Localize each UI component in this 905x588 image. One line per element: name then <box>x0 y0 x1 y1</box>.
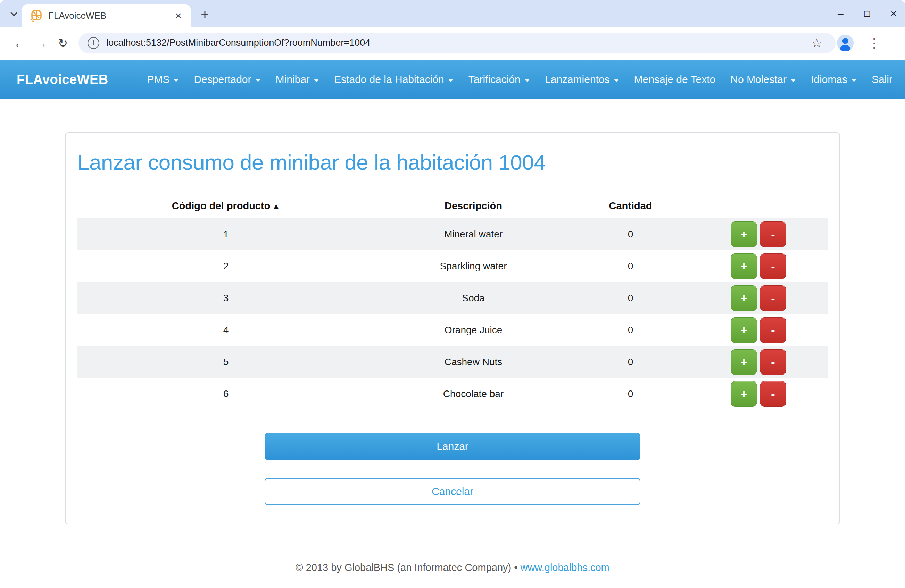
table-row: 4 Orange Juice 0 +- <box>78 314 828 346</box>
main-nav: PMS Despertador Minibar Estado de la Hab… <box>147 74 892 86</box>
page-content: Lanzar consumo de minibar de la habitaci… <box>0 132 905 574</box>
table-row: 2 Sparkling water 0 +- <box>78 250 828 282</box>
tab-close-icon[interactable]: × <box>173 10 184 22</box>
increment-button[interactable]: + <box>731 381 757 407</box>
product-quantity-cell: 0 <box>572 346 689 378</box>
nav-item-minibar[interactable]: Minibar <box>276 74 319 86</box>
table-row: 3 Soda 0 +- <box>78 282 828 314</box>
minibar-card: Lanzar consumo de minibar de la habitaci… <box>65 132 840 525</box>
caret-down-icon <box>614 79 619 82</box>
page-title: Lanzar consumo de minibar de la habitaci… <box>78 150 827 175</box>
minimize-button[interactable]: – <box>838 8 843 19</box>
decrement-button[interactable]: - <box>760 285 786 311</box>
minibar-table: Código del producto▲ Descripción Cantida… <box>78 197 828 410</box>
decrement-button[interactable]: - <box>760 381 786 407</box>
product-code-cell: 1 <box>78 218 375 250</box>
table-row: 5 Cashew Nuts 0 +- <box>78 346 828 378</box>
product-quantity-cell: 0 <box>572 378 689 410</box>
caret-down-icon <box>851 79 857 82</box>
footer: © 2013 by GlobalBHS (an Informatec Compa… <box>0 562 905 574</box>
nav-item-pms[interactable]: PMS <box>147 74 179 86</box>
decrement-button[interactable]: - <box>760 317 786 343</box>
product-description-cell: Chocolate bar <box>375 378 572 410</box>
caret-down-icon <box>524 79 530 82</box>
caret-down-icon <box>791 79 796 82</box>
app-navbar: FLAvoiceWEB PMS Despertador Minibar Esta… <box>0 60 905 99</box>
nav-item-mensaje-de-texto[interactable]: Mensaje de Texto <box>634 74 716 86</box>
nav-item-lanzamientos[interactable]: Lanzamientos <box>545 74 619 86</box>
browser-toolbar: ← → ↻ i localhost:5132/PostMinibarConsum… <box>0 27 905 59</box>
cancelar-button[interactable]: Cancelar <box>265 478 640 505</box>
table-row: 1 Mineral water 0 +- <box>78 218 828 250</box>
chevron-down-icon <box>10 10 17 16</box>
row-actions-cell: +- <box>689 218 828 250</box>
browser-tab[interactable]: FLAvoiceWEB × <box>22 4 191 27</box>
nav-item-no-molestar[interactable]: No Molestar <box>730 74 796 86</box>
info-icon[interactable]: i <box>87 37 99 49</box>
window-controls: – □ × <box>838 0 897 27</box>
product-description-cell: Cashew Nuts <box>375 346 572 378</box>
increment-button[interactable]: + <box>731 285 757 311</box>
increment-button[interactable]: + <box>731 317 757 343</box>
url-text[interactable]: localhost:5132/PostMinibarConsumptionOf?… <box>106 38 370 48</box>
product-description-cell: Orange Juice <box>375 314 572 346</box>
table-row: 6 Chocolate bar 0 +- <box>78 378 828 410</box>
product-code-cell: 2 <box>78 250 375 282</box>
lanzar-button[interactable]: Lanzar <box>265 433 640 460</box>
increment-button[interactable]: + <box>731 254 757 279</box>
bookmark-star-icon[interactable]: ☆ <box>811 36 822 50</box>
decrement-button[interactable]: - <box>760 254 786 279</box>
tab-title: FLAvoiceWEB <box>48 10 173 21</box>
browser-tab-strip: FLAvoiceWEB × + – □ × <box>0 0 905 27</box>
column-header-product-code[interactable]: Código del producto▲ <box>78 197 375 218</box>
new-tab-button[interactable]: + <box>197 6 213 22</box>
caret-down-icon <box>314 79 319 82</box>
sort-ascending-icon: ▲ <box>272 202 280 210</box>
back-icon[interactable]: ← <box>9 36 30 50</box>
product-description-cell: Sparkling water <box>375 250 572 282</box>
close-window-button[interactable]: × <box>891 8 897 19</box>
decrement-button[interactable]: - <box>760 349 786 375</box>
product-quantity-cell: 0 <box>572 250 689 282</box>
row-actions-cell: +- <box>689 314 828 346</box>
table-header-row: Código del producto▲ Descripción Cantida… <box>78 197 828 218</box>
row-actions-cell: +- <box>689 378 828 410</box>
tab-search-button[interactable] <box>5 6 23 22</box>
url-bar[interactable]: i localhost:5132/PostMinibarConsumptionO… <box>78 33 835 53</box>
product-code-cell: 4 <box>78 314 375 346</box>
forward-icon[interactable]: → <box>30 36 52 50</box>
increment-button[interactable]: + <box>731 222 757 247</box>
caret-down-icon <box>448 79 454 82</box>
globalbhs-link[interactable]: www.globalbhs.com <box>520 562 609 573</box>
increment-button[interactable]: + <box>731 349 757 375</box>
product-code-cell: 3 <box>78 282 375 314</box>
row-actions-cell: +- <box>689 346 828 378</box>
product-quantity-cell: 0 <box>572 314 689 346</box>
row-actions-cell: +- <box>689 250 828 282</box>
nav-item-idiomas[interactable]: Idiomas <box>811 74 857 86</box>
maximize-button[interactable]: □ <box>864 9 870 18</box>
column-header-actions <box>689 197 828 218</box>
product-code-cell: 6 <box>78 378 375 410</box>
nav-item-salir[interactable]: Salir <box>872 74 892 86</box>
product-quantity-cell: 0 <box>572 282 689 314</box>
product-description-cell: Mineral water <box>375 218 572 250</box>
nav-item-estado-habitacion[interactable]: Estado de la Habitación <box>334 74 454 86</box>
product-quantity-cell: 0 <box>572 218 689 250</box>
reload-icon[interactable]: ↻ <box>52 36 74 50</box>
avatar[interactable] <box>837 35 854 51</box>
row-actions-cell: +- <box>689 282 828 314</box>
nav-item-despertador[interactable]: Despertador <box>194 74 260 86</box>
product-description-cell: Soda <box>375 282 572 314</box>
caret-down-icon <box>255 79 261 82</box>
kebab-menu-icon[interactable]: ⋮ <box>867 35 881 51</box>
nav-item-tarificacion[interactable]: Tarificación <box>468 74 530 86</box>
column-header-quantity[interactable]: Cantidad <box>572 197 689 218</box>
favicon <box>30 9 43 22</box>
caret-down-icon <box>173 79 179 82</box>
brand[interactable]: FLAvoiceWEB <box>17 72 108 87</box>
footer-separator: • <box>514 562 518 573</box>
product-code-cell: 5 <box>78 346 375 378</box>
column-header-description[interactable]: Descripción <box>375 197 572 218</box>
decrement-button[interactable]: - <box>760 222 786 247</box>
